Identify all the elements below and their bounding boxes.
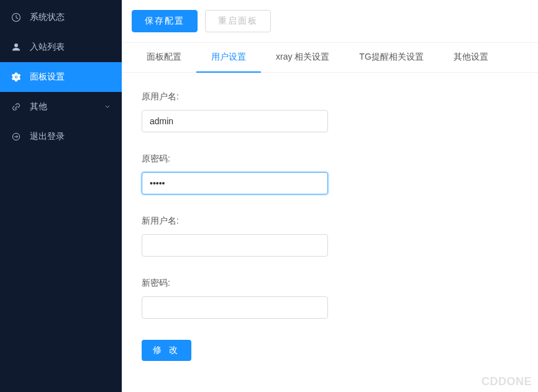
sidebar-item-logout[interactable]: 退出登录 — [0, 122, 122, 152]
main-content: 保存配置 重启面板 面板配置 用户设置 xray 相关设置 TG提醒相关设置 其… — [122, 0, 538, 392]
old-username-label: 原用户名: — [142, 91, 518, 103]
form-group-new-password: 新密码: — [142, 278, 518, 319]
sidebar: 系统状态 入站列表 面板设置 其他 — [0, 0, 122, 392]
form-group-old-password: 原密码: — [142, 153, 518, 194]
sidebar-item-label: 退出登录 — [30, 131, 111, 142]
tab-tg-notify-settings[interactable]: TG提醒相关设置 — [344, 43, 438, 73]
toolbar: 保存配置 重启面板 — [122, 10, 538, 43]
new-username-input[interactable] — [142, 234, 328, 257]
save-config-button[interactable]: 保存配置 — [132, 10, 198, 32]
dashboard-icon — [11, 12, 21, 22]
logout-icon — [11, 132, 21, 142]
sidebar-item-label: 其他 — [30, 101, 104, 112]
old-password-input[interactable] — [142, 172, 328, 194]
user-icon — [11, 42, 21, 52]
old-username-input[interactable] — [142, 110, 328, 132]
submit-button[interactable]: 修 改 — [142, 340, 191, 361]
tab-user-settings[interactable]: 用户设置 — [196, 43, 261, 73]
link-icon — [11, 102, 21, 112]
user-settings-form: 原用户名: 原密码: 新用户名: 新密码: 修 改 — [122, 73, 538, 380]
sidebar-item-other[interactable]: 其他 — [0, 92, 122, 122]
sidebar-item-label: 系统状态 — [30, 12, 111, 23]
form-group-old-username: 原用户名: — [142, 91, 518, 132]
tab-xray-settings[interactable]: xray 相关设置 — [261, 43, 344, 73]
sidebar-item-system-status[interactable]: 系统状态 — [0, 2, 122, 32]
new-username-label: 新用户名: — [142, 216, 518, 227]
form-group-new-username: 新用户名: — [142, 216, 518, 257]
sidebar-item-label: 入站列表 — [30, 42, 111, 53]
old-password-label: 原密码: — [142, 153, 518, 165]
new-password-input[interactable] — [142, 296, 328, 319]
sidebar-item-label: 面板设置 — [30, 71, 111, 83]
tab-other-settings[interactable]: 其他设置 — [439, 43, 503, 73]
tab-panel-config[interactable]: 面板配置 — [132, 43, 196, 73]
restart-panel-button[interactable]: 重启面板 — [205, 10, 271, 32]
new-password-label: 新密码: — [142, 278, 518, 289]
sidebar-item-panel-settings[interactable]: 面板设置 — [0, 62, 122, 92]
chevron-down-icon — [104, 104, 111, 110]
gear-icon — [11, 72, 21, 82]
tabs: 面板配置 用户设置 xray 相关设置 TG提醒相关设置 其他设置 — [122, 43, 538, 73]
sidebar-item-inbound-list[interactable]: 入站列表 — [0, 32, 122, 62]
